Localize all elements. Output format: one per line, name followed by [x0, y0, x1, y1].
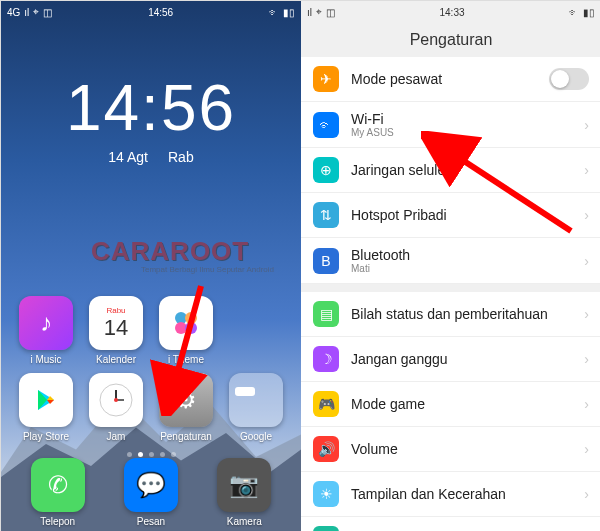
- app-phone[interactable]: ✆ Telepon: [31, 458, 85, 527]
- setting-icon: ☀: [313, 481, 339, 507]
- wifi-icon: ᯤ: [569, 7, 579, 18]
- chevron-right-icon: ›: [584, 486, 589, 502]
- toggle-switch[interactable]: [549, 68, 589, 90]
- arrow-to-cellular: [421, 131, 581, 241]
- app-messages[interactable]: 💬 Pesan: [124, 458, 178, 527]
- phone-icon: ✆: [31, 458, 85, 512]
- arrow-to-settings: [141, 276, 211, 416]
- app-google-folder[interactable]: G Google: [221, 373, 291, 442]
- page-title: Pengaturan: [301, 23, 600, 57]
- setting-label: Mode game: [351, 396, 584, 412]
- camera-icon: 📷: [217, 458, 271, 512]
- setting-row-5[interactable]: ▤Bilah status dan pemberitahuan›: [301, 284, 600, 337]
- setting-sub: Mati: [351, 263, 584, 274]
- status-time: 14:56: [148, 7, 173, 18]
- setting-icon: 🎮: [313, 391, 339, 417]
- setting-row-6[interactable]: ☽Jangan ganggu›: [301, 337, 600, 382]
- clock-day: Rab: [168, 149, 194, 165]
- chevron-right-icon: ›: [584, 396, 589, 412]
- status-bar-settings: ıl ⌖ ◫ 14:33 ᯤ ▮▯: [301, 1, 600, 23]
- setting-icon: ⇅: [313, 202, 339, 228]
- setting-row-8[interactable]: 🔊Volume›: [301, 427, 600, 472]
- setting-icon: ☽: [313, 346, 339, 372]
- clock-widget[interactable]: 14:56 14 Agt Rab: [1, 71, 301, 165]
- setting-row-10[interactable]: TWallpaper dan Font›: [301, 517, 600, 531]
- status-bar-home: 4G ıl ⌖ ◫ 14:56 ᯤ ▮▯: [1, 1, 301, 23]
- bluetooth-icon: ⌖: [33, 6, 39, 18]
- messages-icon: 💬: [124, 458, 178, 512]
- watermark-sub: Tempat Berbagi Ilmu Seputar Android: [141, 265, 274, 274]
- chevron-right-icon: ›: [584, 306, 589, 322]
- setting-row-4[interactable]: BBluetoothMati›: [301, 238, 600, 284]
- app-playstore[interactable]: Play Store: [11, 373, 81, 442]
- setting-label: Mode pesawat: [351, 71, 549, 87]
- music-icon: ♪: [19, 296, 73, 350]
- page-indicator[interactable]: [1, 452, 301, 457]
- clock-time: 14:56: [1, 71, 301, 145]
- battery-icon: ▮▯: [583, 7, 595, 18]
- chevron-right-icon: ›: [584, 162, 589, 178]
- watermark: CARAROOT: [91, 236, 249, 267]
- chevron-right-icon: ›: [584, 207, 589, 223]
- bluetooth-icon: ⌖: [316, 6, 322, 18]
- setting-row-9[interactable]: ☀Tampilan dan Kecerahan›: [301, 472, 600, 517]
- calendar-icon: Rabu 14: [89, 296, 143, 350]
- settings-list[interactable]: ✈Mode pesawatᯤWi-FiMy ASUS›⊕Jaringan sel…: [301, 57, 600, 531]
- setting-label: Tampilan dan Kecerahan: [351, 486, 584, 502]
- chevron-right-icon: ›: [584, 351, 589, 367]
- battery-icon: ▮▯: [283, 7, 295, 18]
- setting-icon: ▤: [313, 301, 339, 327]
- chevron-right-icon: ›: [584, 253, 589, 269]
- setting-icon: B: [313, 248, 339, 274]
- svg-line-13: [171, 286, 201, 396]
- app-imusic[interactable]: ♪ i Music: [11, 296, 81, 365]
- app-camera[interactable]: 📷 Kamera: [217, 458, 271, 527]
- svg-line-15: [441, 146, 571, 231]
- clock-date: 14 Agt: [108, 149, 148, 165]
- status-time: 14:33: [439, 7, 464, 18]
- setting-icon: ᯤ: [313, 112, 339, 138]
- setting-label: Volume: [351, 441, 584, 457]
- chevron-right-icon: ›: [584, 117, 589, 133]
- dock: ✆ Telepon 💬 Pesan 📷 Kamera: [1, 458, 301, 527]
- setting-icon: T: [313, 526, 339, 531]
- setting-label: Bilah status dan pemberitahuan: [351, 306, 584, 322]
- setting-row-7[interactable]: 🎮Mode game›: [301, 382, 600, 427]
- vibrate-icon: ◫: [43, 7, 52, 18]
- svg-point-11: [114, 398, 118, 402]
- setting-icon: 🔊: [313, 436, 339, 462]
- setting-label: Jangan ganggu: [351, 351, 584, 367]
- settings-screen: ıl ⌖ ◫ 14:33 ᯤ ▮▯ Pengaturan ✈Mode pesaw…: [301, 1, 600, 531]
- setting-icon: ⊕: [313, 157, 339, 183]
- setting-icon: ✈: [313, 66, 339, 92]
- network-label: 4G: [7, 7, 20, 18]
- chevron-right-icon: ›: [584, 441, 589, 457]
- wifi-icon: ᯤ: [269, 7, 279, 18]
- folder-icon: G: [229, 373, 283, 427]
- signal-icon: ıl: [307, 7, 312, 18]
- vibrate-icon: ◫: [326, 7, 335, 18]
- signal-icon: ıl: [24, 7, 29, 18]
- clock-icon: [89, 373, 143, 427]
- playstore-icon: [19, 373, 73, 427]
- setting-label: Wi-Fi: [351, 111, 584, 127]
- setting-label: Bluetooth: [351, 247, 584, 263]
- setting-row-0[interactable]: ✈Mode pesawat: [301, 57, 600, 102]
